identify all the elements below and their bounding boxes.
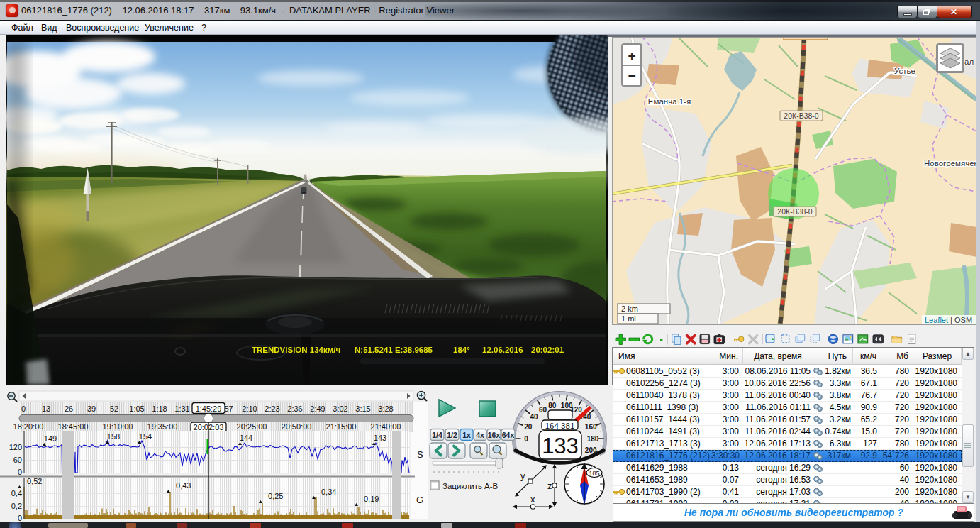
- svg-text:16x: 16x: [488, 431, 501, 439]
- svg-text:Устье: Устье: [894, 67, 915, 75]
- svg-text:2 km: 2 km: [621, 304, 638, 313]
- svg-text:0,4: 0,4: [11, 489, 22, 497]
- svg-text:2:10: 2:10: [242, 405, 257, 413]
- svg-text:80: 80: [548, 402, 557, 409]
- svg-text:20:50:00: 20:50:00: [282, 422, 312, 431]
- svg-text:2:49: 2:49: [310, 405, 325, 413]
- svg-text:3:28: 3:28: [378, 405, 393, 413]
- svg-text:0,52: 0,52: [27, 477, 42, 485]
- svg-text:0,19: 0,19: [364, 495, 379, 503]
- svg-text:19:10:00: 19:10:00: [103, 422, 133, 431]
- svg-text:Еманча 1-я: Еманча 1-я: [648, 97, 691, 106]
- svg-text:39: 39: [87, 405, 96, 413]
- svg-text:G: G: [416, 495, 423, 505]
- svg-text:1 mi: 1 mi: [621, 314, 636, 323]
- svg-text:133: 133: [542, 434, 579, 458]
- svg-text:52: 52: [110, 405, 118, 413]
- svg-text:120: 120: [9, 443, 22, 451]
- svg-text:+: +: [628, 48, 635, 63]
- svg-text:0,25: 0,25: [268, 492, 283, 500]
- svg-text:12.06.2016: 12.06.2016: [482, 346, 523, 354]
- svg-text:18:20:00: 18:20:00: [13, 422, 44, 431]
- svg-text:TRENDVISION 134км/ч: TRENDVISION 134км/ч: [252, 346, 340, 354]
- svg-text:20К-В38-0: 20К-В38-0: [784, 111, 818, 120]
- svg-text:1x: 1x: [462, 431, 471, 439]
- svg-text:19:35:00: 19:35:00: [147, 422, 178, 431]
- svg-text:144: 144: [240, 434, 252, 442]
- svg-text:x: x: [530, 494, 535, 505]
- svg-text:2:23: 2:23: [265, 405, 279, 413]
- svg-text:20К-В38-0: 20К-В38-0: [777, 207, 812, 216]
- svg-text:y: y: [520, 471, 525, 481]
- svg-text:0: 0: [18, 468, 22, 476]
- svg-text:26: 26: [65, 405, 73, 413]
- svg-text:Leaflet | OSM: Leaflet | OSM: [925, 316, 972, 324]
- svg-text:S: S: [417, 449, 423, 460]
- svg-text:0,43: 0,43: [176, 481, 191, 490]
- svg-text:143: 143: [374, 434, 386, 442]
- svg-text:164 381: 164 381: [545, 422, 575, 430]
- svg-text:4x: 4x: [476, 431, 484, 439]
- svg-text:1/4: 1/4: [432, 431, 442, 439]
- svg-text:149: 149: [44, 434, 57, 443]
- svg-text:1:31: 1:31: [174, 405, 189, 413]
- svg-text:20:25:00: 20:25:00: [237, 422, 267, 431]
- svg-text:180: 180: [587, 435, 599, 443]
- svg-text:21:40:00: 21:40:00: [371, 422, 401, 431]
- svg-text:0,34: 0,34: [321, 488, 336, 496]
- svg-text:18:45:00: 18:45:00: [58, 422, 89, 431]
- svg-text:3:15: 3:15: [355, 405, 370, 413]
- svg-text:0: 0: [21, 405, 26, 413]
- svg-text:154: 154: [139, 432, 152, 441]
- svg-text:1/2: 1/2: [447, 431, 457, 439]
- svg-text:60: 60: [539, 406, 547, 414]
- svg-text:z: z: [547, 480, 552, 491]
- svg-text:ал: ал: [964, 57, 974, 66]
- svg-text:160: 160: [585, 423, 597, 431]
- svg-text:2:36: 2:36: [287, 405, 302, 413]
- svg-text:1:18: 1:18: [152, 405, 167, 413]
- svg-text:N:51.5241 E:38.9685: N:51.5241 E:38.9685: [355, 346, 433, 354]
- svg-text:1:05: 1:05: [129, 405, 144, 413]
- svg-text:20: 20: [524, 423, 533, 431]
- svg-text:40: 40: [530, 413, 538, 421]
- svg-text:21:15:00: 21:15:00: [326, 422, 357, 431]
- svg-text:20:02:01: 20:02:01: [531, 346, 564, 354]
- svg-text:13: 13: [42, 405, 50, 413]
- svg-text:158: 158: [107, 432, 120, 441]
- svg-text:1:45:29: 1:45:29: [196, 405, 222, 413]
- svg-text:60: 60: [13, 456, 22, 464]
- svg-text:0: 0: [524, 435, 528, 443]
- svg-text:Зациклить A-B: Зациклить A-B: [442, 482, 499, 490]
- svg-text:64x: 64x: [502, 431, 515, 439]
- svg-text:−: −: [628, 68, 635, 83]
- svg-text:184°: 184°: [453, 346, 470, 354]
- svg-text:Новогремячен: Новогремячен: [924, 159, 976, 167]
- svg-text:0,2: 0,2: [11, 502, 22, 510]
- svg-text:3:02: 3:02: [333, 405, 347, 413]
- svg-text:0: 0: [18, 514, 22, 522]
- svg-text:185: 185: [589, 470, 599, 477]
